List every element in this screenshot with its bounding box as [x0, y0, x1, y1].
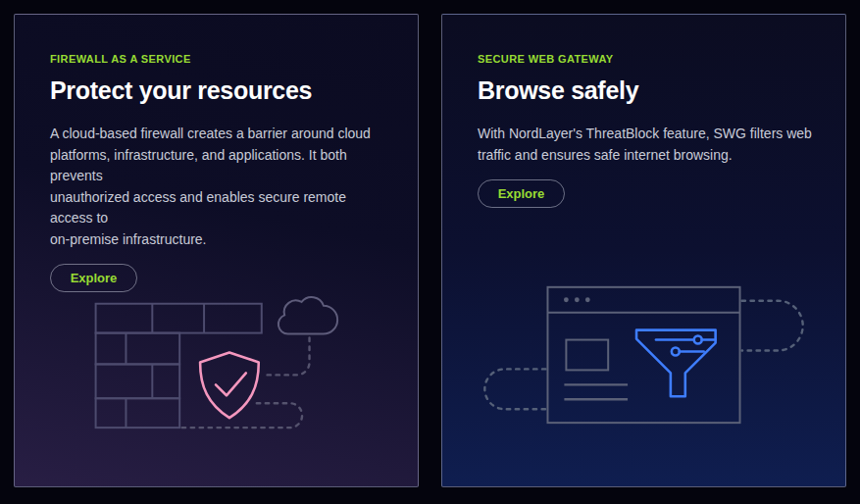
dashed-connector [180, 338, 309, 428]
browser-window-icon [547, 287, 739, 423]
card-copy: SECURE WEB GATEWAY Browse safely With No… [478, 52, 816, 208]
card-copy: FIREWALL AS A SERVICE Protect your resou… [50, 52, 388, 292]
cloud-icon [278, 297, 337, 334]
explore-button-firewall[interactable]: Explore [50, 264, 137, 292]
brick-wall-icon [96, 304, 262, 428]
dashed-connector [484, 301, 802, 409]
card-title-swg: Browse safely [478, 75, 816, 106]
card-description-firewall: A cloud-based firewall creates a barrier… [50, 124, 388, 250]
services-section: FIREWALL AS A SERVICE Protect your resou… [0, 0, 860, 504]
card-firewall-as-a-service: FIREWALL AS A SERVICE Protect your resou… [14, 14, 419, 487]
card-secure-web-gateway: SECURE WEB GATEWAY Browse safely With No… [441, 14, 846, 487]
eyebrow-label-swg: SECURE WEB GATEWAY [478, 52, 816, 67]
explore-button-swg[interactable]: Explore [478, 179, 565, 208]
card-title-firewall: Protect your resources [50, 75, 388, 106]
filter-funnel-icon [636, 330, 716, 397]
eyebrow-label-firewall: FIREWALL AS A SERVICE [50, 52, 388, 67]
shield-check-icon [200, 352, 259, 418]
card-description-swg: With NordLayer's ThreatBlock feature, SW… [478, 124, 816, 166]
